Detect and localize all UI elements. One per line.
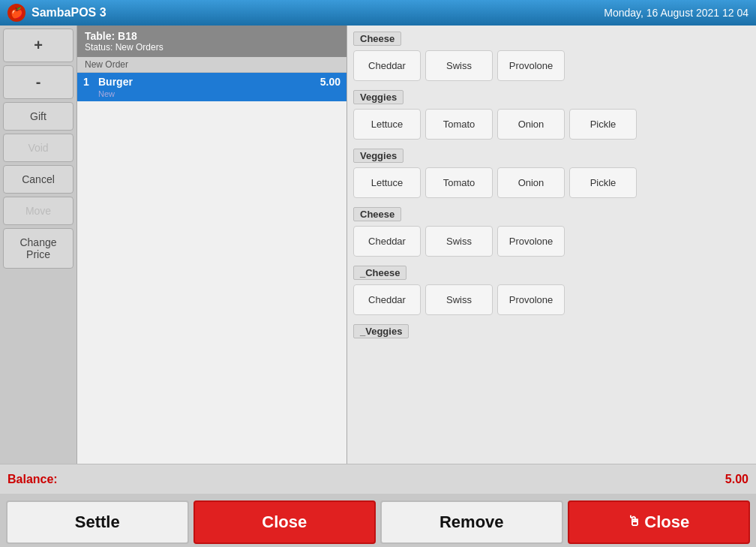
table-name: Table: B18 <box>85 30 339 42</box>
modifier-group-header-cheese1: Cheese <box>353 32 401 46</box>
datetime: Monday, 16 August 2021 12 04 <box>604 7 748 19</box>
move-button[interactable]: Move <box>3 197 74 225</box>
modifier-btn-lettuce2[interactable]: Lettuce <box>353 167 421 198</box>
modifier-btn-provolone2[interactable]: Provolone <box>497 226 565 257</box>
modifier-group-header-cheese3: _Cheese <box>353 266 406 280</box>
void-button[interactable]: Void <box>3 134 74 162</box>
modifier-btn-swiss3[interactable]: Swiss <box>425 284 493 315</box>
balance-amount: 5.00 <box>725 473 748 486</box>
modifier-group-cheese1: Cheese Cheddar Swiss Provolone <box>353 32 750 81</box>
modifier-btn-cheddar3[interactable]: Cheddar <box>353 284 421 315</box>
modifier-btn-provolone1[interactable]: Provolone <box>497 50 565 81</box>
modifier-btn-cheddar2[interactable]: Cheddar <box>353 226 421 257</box>
main-area: + - Gift Void Cancel Move Change Price T… <box>0 26 756 464</box>
modifier-buttons-cheese1: Cheddar Swiss Provolone <box>353 50 750 81</box>
modifier-buttons-cheese2: Cheddar Swiss Provolone <box>353 226 750 257</box>
modifier-group-cheese2: Cheese Cheddar Swiss Provolone <box>353 207 750 257</box>
plus-button[interactable]: + <box>3 29 74 62</box>
modifier-btn-onion1[interactable]: Onion <box>497 109 565 140</box>
order-items: 1 Burger New 5.00 <box>77 73 346 464</box>
table-info: Table: B18 Status: New Orders <box>77 26 346 57</box>
close-right-label: Close <box>644 512 689 532</box>
order-item[interactable]: 1 Burger New 5.00 <box>77 73 346 101</box>
order-area: Table: B18 Status: New Orders New Order … <box>77 26 347 464</box>
modifier-btn-pickle2[interactable]: Pickle <box>569 167 637 198</box>
modifier-buttons-cheese3: Cheddar Swiss Provolone <box>353 284 750 315</box>
app-logo: 🍎 <box>8 4 26 22</box>
settle-button[interactable]: Settle <box>6 500 189 544</box>
order-group-header: New Order <box>77 57 346 73</box>
modifier-group-header-veggies2: Veggies <box>353 149 404 163</box>
close-right-button[interactable]: 🖱 Close <box>568 500 751 544</box>
table-status: Status: New Orders <box>85 42 339 53</box>
sidebar: + - Gift Void Cancel Move Change Price <box>0 26 77 464</box>
item-qty: 1 <box>83 76 98 88</box>
balance-row: Balance: 5.00 <box>0 464 756 494</box>
modifier-btn-onion2[interactable]: Onion <box>497 167 565 198</box>
modifier-group-header-cheese2: Cheese <box>353 207 401 221</box>
item-name: Burger <box>98 76 320 88</box>
modifier-btn-cheddar1[interactable]: Cheddar <box>353 50 421 81</box>
gift-button[interactable]: Gift <box>3 102 74 131</box>
remove-button[interactable]: Remove <box>380 500 563 544</box>
modifier-group-header-veggies3: _Veggies <box>353 324 409 338</box>
modifier-btn-pickle1[interactable]: Pickle <box>569 109 637 140</box>
modifier-btn-provolone3[interactable]: Provolone <box>497 284 565 315</box>
balance-label: Balance: <box>8 473 725 486</box>
minus-button[interactable]: - <box>3 65 74 99</box>
titlebar: 🍎 SambaPOS 3 Monday, 16 August 2021 12 0… <box>0 0 756 26</box>
change-price-button[interactable]: Change Price <box>3 228 74 269</box>
modifier-buttons-veggies1: Lettuce Tomato Onion Pickle <box>353 109 750 140</box>
modifier-panel: Cheese Cheddar Swiss Provolone Veggies L… <box>347 26 756 464</box>
item-status: New <box>98 89 320 98</box>
modifier-group-cheese3: _Cheese Cheddar Swiss Provolone <box>353 266 750 315</box>
close-left-button[interactable]: Close <box>194 500 376 544</box>
modifier-btn-swiss1[interactable]: Swiss <box>425 50 493 81</box>
modifier-btn-swiss2[interactable]: Swiss <box>425 226 493 257</box>
modifier-buttons-veggies2: Lettuce Tomato Onion Pickle <box>353 167 750 198</box>
modifier-group-veggies1: Veggies Lettuce Tomato Onion Pickle <box>353 90 750 140</box>
modifier-group-veggies2: Veggies Lettuce Tomato Onion Pickle <box>353 149 750 198</box>
modifier-btn-tomato2[interactable]: Tomato <box>425 167 493 198</box>
modifier-group-veggies3: _Veggies <box>353 324 750 343</box>
modifier-btn-tomato1[interactable]: Tomato <box>425 109 493 140</box>
modifier-btn-lettuce1[interactable]: Lettuce <box>353 109 421 140</box>
app-title: SambaPOS 3 <box>32 6 604 20</box>
item-price: 5.00 <box>320 76 340 88</box>
cursor-icon: 🖱 <box>628 514 641 530</box>
modifier-group-header-veggies1: Veggies <box>353 90 404 104</box>
action-bar: Settle Close Remove 🖱 Close <box>0 494 756 547</box>
cancel-button[interactable]: Cancel <box>3 165 74 194</box>
